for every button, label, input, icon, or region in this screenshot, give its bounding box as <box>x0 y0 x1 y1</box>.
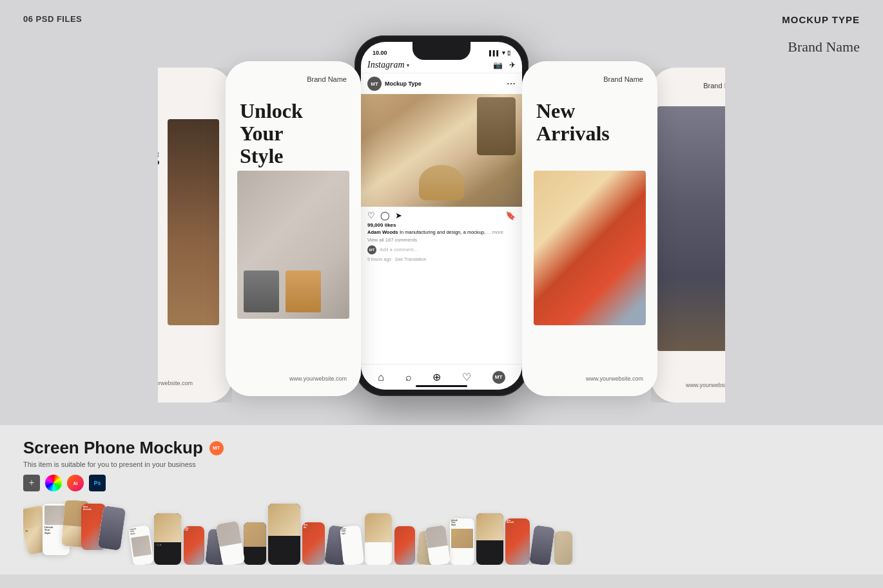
thumb-screen-2b: ♡ ◯ ➤ <box>154 513 181 565</box>
thumb-phone-4c <box>394 526 415 565</box>
clothing-item-jacket <box>286 270 321 312</box>
bookmark-icon[interactable]: 🔖 <box>505 211 516 221</box>
add-comment-row: MT Add a comment... <box>361 244 522 256</box>
status-time: 10.00 <box>373 50 387 56</box>
tool-icons-row: + Ai Ps <box>23 475 860 491</box>
phone-left: Brand Name Unlock Your Style www.yourweb… <box>226 61 361 396</box>
post-hat-item <box>419 165 464 200</box>
far-right-url: www.yourwebsite.com <box>686 382 743 388</box>
thumb-screen-3b <box>244 522 266 565</box>
signal-icon: ▌▌▌ <box>489 50 500 56</box>
post-username[interactable]: Mockup Type <box>385 81 422 87</box>
thumb-phone-2b: ♡ ◯ ➤ <box>154 513 181 565</box>
color-wheel-icon <box>45 475 62 491</box>
post-more-button[interactable]: ⋯ <box>507 79 516 90</box>
like-icon[interactable]: ♡ <box>367 211 375 221</box>
phone-right: Brand Name New Arrivals www.yourwebsite.… <box>522 61 657 396</box>
mt-badge: MT <box>209 441 224 455</box>
plus-icon: + <box>23 475 40 491</box>
comment-avatar: MT <box>367 245 376 254</box>
thumbnail-strip: 70 UnlockYourStyle <box>23 500 860 565</box>
post-user-avatar[interactable]: MT <box>367 77 382 91</box>
thumb-phones-row-2: UnlockYourStyle ♡ ◯ ➤ NewCol. <box>131 500 226 565</box>
right-brand: Brand Name <box>603 75 643 83</box>
ig-send-icon[interactable]: ✈ <box>509 61 516 70</box>
right-url: www.yourwebsite.com <box>586 375 643 382</box>
thumb-screen-4a: StoreHigh-light <box>339 525 364 565</box>
thumb-group-2: UnlockYourStyle ♡ ◯ ➤ NewCol. <box>135 500 222 565</box>
thumb-screen-2c: NewCol. <box>184 526 204 565</box>
ig-heart-icon[interactable]: ♡ <box>462 371 471 383</box>
bottom-title: Screen Phone Mockup <box>23 438 203 458</box>
ig-camera-icon[interactable]: 📷 <box>493 61 503 70</box>
ig-search-icon[interactable]: ⌕ <box>405 372 412 383</box>
ig-logo-area[interactable]: Instagram ▾ <box>367 60 409 70</box>
ig-logo-text: Instagram <box>367 60 405 70</box>
ps-icon: Ps <box>89 475 106 491</box>
thumb-screen-3c <box>268 504 300 565</box>
far-left-text: ing l <box>135 145 159 188</box>
thumb-phone-3b <box>244 522 266 565</box>
post-image <box>361 94 522 207</box>
thumb-phone-4a: StoreHigh-light <box>339 525 364 565</box>
thumb-screen-4c <box>394 526 415 565</box>
thumb-screen-4b <box>365 513 392 565</box>
right-title: New Arrivals <box>536 100 610 145</box>
thumb-phone-5d: NewArrivals <box>505 518 530 565</box>
thumb-phone-3d: NewArr. <box>302 522 325 565</box>
bottom-title-row: Screen Phone Mockup MT <box>23 438 860 458</box>
comment-icon[interactable]: ◯ <box>380 211 390 221</box>
thumb-phone-2c: NewCol. <box>184 526 204 565</box>
ig-home-icon[interactable]: ⌂ <box>378 372 384 383</box>
post-caption: Adam Woods In manufacturing and design, … <box>361 229 522 237</box>
thumb-screen-5d: NewArrivals <box>505 518 530 565</box>
post-time: 9 hours ago · See Translation <box>361 256 522 265</box>
files-label: 06 PSD FILES <box>23 14 82 24</box>
post-actions: ♡ ◯ ➤ 🔖 <box>361 207 522 222</box>
far-right-product-image <box>657 106 751 351</box>
right-product-image <box>534 171 646 325</box>
thumb-screen-5a <box>425 525 451 565</box>
post-user-info: MT Mockup Type <box>367 77 422 91</box>
left-url: www.yourwebsite.com <box>289 375 347 382</box>
phone-far-left: ing l www.yourwebsite.com <box>126 68 232 403</box>
left-title: Unlock Your Style <box>240 100 303 168</box>
ig-dropdown-arrow: ▾ <box>407 62 409 68</box>
thumb-screen-5b: UnlockYourStyle <box>450 518 474 565</box>
notch <box>412 42 471 60</box>
ig-profile-avatar[interactable]: MT <box>492 371 505 384</box>
far-right-jeans <box>657 106 751 351</box>
post-action-icons: ♡ ◯ ➤ <box>367 211 402 221</box>
far-left-url: www.yourwebsite.com <box>135 380 193 386</box>
thumb-screen-2a: UnlockYourStyle <box>128 525 153 565</box>
comments-link[interactable]: View all 187 comments <box>361 237 522 244</box>
bottom-section: Screen Phone Mockup MT This item is suit… <box>0 425 883 574</box>
phone-far-right: Brand Name www.yourwebsite.com <box>651 68 757 403</box>
thumb-phone-5b: UnlockYourStyle <box>450 518 474 565</box>
thumb-group-5: UnlockYourStyle NewArrivals <box>443 500 556 565</box>
thumb-screen-5c <box>476 513 503 565</box>
thumb-screen-5e <box>529 525 555 565</box>
ig-add-icon[interactable]: ⊕ <box>432 371 441 383</box>
thumb-phone-3c <box>268 504 300 565</box>
add-comment-placeholder[interactable]: Add a comment... <box>380 247 418 252</box>
thumb-group-4: StoreHigh-light <box>345 500 432 565</box>
ai-icon: Ai <box>67 475 84 491</box>
thumb-phones-row-3: NewArr. <box>219 500 347 565</box>
thumb-group-3: NewArr. <box>233 500 333 565</box>
home-indicator <box>416 385 467 387</box>
post-likes: 99,000 likes <box>361 222 522 229</box>
caption-username: Adam Woods <box>367 229 398 235</box>
thumb-phone-4b <box>365 513 392 565</box>
left-brand: Brand Name <box>307 75 347 83</box>
center-phone-screen: 10.00 ▌▌▌ ▾ ▯ Instagram ▾ 📷 ✈ <box>361 42 522 390</box>
mockup-type-label: MOCKUP TYPE <box>782 14 860 25</box>
top-section: 06 PSD FILES MOCKUP TYPE Brand Name ing … <box>0 0 883 425</box>
thumb-phone-5a <box>425 525 451 565</box>
left-product-grid <box>237 171 349 319</box>
clothing-item-jeans <box>244 270 279 312</box>
share-icon[interactable]: ➤ <box>395 211 402 221</box>
ig-header-icons: 📷 ✈ <box>493 61 516 70</box>
far-right-brand: Brand Name <box>703 82 743 90</box>
thumb-screen-3d: NewArr. <box>302 522 325 565</box>
